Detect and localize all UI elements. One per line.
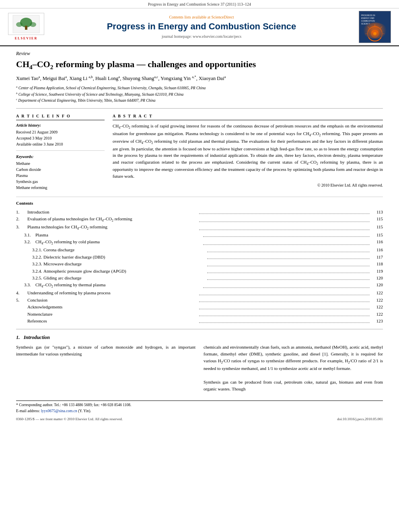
header-divider	[16, 108, 383, 109]
contents-item-3-2-4: 3.2.4. Atmospheric pressure glow dischar…	[16, 268, 383, 274]
affiliation-c: c Department of Chemical Engineering, Yi…	[16, 97, 383, 103]
footer-bottom: 0360-1285/$ — see front matter © 2010 El…	[16, 417, 383, 422]
svg-text:ENERGY AND: ENERGY AND	[361, 17, 374, 19]
received-date: Received 21 August 2009	[16, 129, 105, 135]
journal-cover-thumbnail: PROGRESS IN ENERGY AND COMBUSTION SCIENC…	[359, 11, 391, 43]
accepted-date: Accepted 3 May 2010	[16, 136, 105, 141]
svg-point-3	[16, 22, 23, 27]
author-7: Xiaoyan Daia	[199, 76, 226, 81]
article-title: CH4–CO2 reforming by plasma — challenges…	[16, 59, 383, 71]
journal-cover-area: PROGRESS IN ENERGY AND COMBUSTION SCIENC…	[355, 11, 395, 43]
svg-line-17	[368, 27, 370, 29]
journal-header: ELSEVIER Contents lists available at Sci…	[0, 8, 399, 46]
copyright-line: © 2010 Elsevier Ltd. All rights reserved…	[113, 183, 383, 188]
contents-item-3-2-5: 3.2.5. Gliding arc discharge 120	[16, 275, 383, 281]
svg-point-11	[371, 30, 379, 38]
contents-section: Contents 1. Introduction 113 2. Evaluati…	[16, 197, 383, 324]
article-history-heading: Article history:	[16, 123, 105, 128]
footer-section: * Corresponding author. Tel.: +86 133 48…	[16, 401, 383, 421]
email-link: lyyx0675@sina.com.cn	[41, 409, 77, 413]
svg-point-12	[373, 32, 376, 35]
introduction-heading: 1. Introduction	[16, 334, 383, 341]
contents-item-4: 4. Understanding of reforming by plasma …	[16, 290, 383, 296]
introduction-body: Synthesis gas (or "syngas"), a mixture o…	[16, 344, 383, 392]
article-info-heading: A R T I C L E I N F O	[16, 113, 105, 120]
main-content: Review CH4–CO2 reforming by plasma — cha…	[0, 46, 399, 425]
contents-heading: Contents	[16, 200, 383, 206]
journal-title: Progress in Energy and Combustion Scienc…	[52, 21, 351, 32]
contents-item-3-2-3: 3.2.3. Microwave discharge 118	[16, 261, 383, 267]
author-1: Xumei Taoa	[16, 76, 40, 81]
contents-item-ref: References 123	[16, 318, 383, 324]
affiliations: a Center of Plasma Application, School o…	[16, 85, 383, 103]
corresponding-author-note: * Corresponding author. Tel.: +86 133 48…	[16, 403, 383, 408]
article-info-abstract-row: A R T I C L E I N F O Article history: R…	[16, 113, 383, 191]
journal-citation: Progress in Energy and Combustion Scienc…	[148, 2, 251, 6]
intro-col-right: chemicals and environmentally clean fuel…	[204, 344, 383, 392]
issn-line: 0360-1285/$ — see front matter © 2010 El…	[16, 417, 123, 422]
author-2: Meigui Baia	[43, 76, 67, 81]
contents-item-5: 5. Conclusion 122	[16, 297, 383, 303]
svg-line-16	[380, 27, 382, 29]
contents-item-3-3: 3.3. CH4–CO2 reforming by thermal plasma…	[16, 282, 383, 289]
contents-item-3-2: 3.2. CH4–CO2 reforming by cold plasma 11…	[16, 239, 383, 246]
author-4: Huali Longa	[95, 76, 120, 81]
contents-item-nom: Nomenclature 122	[16, 311, 383, 317]
abstract-panel: A B S T R A C T CH4–CO2 reforming is of …	[113, 113, 383, 191]
email-note: E-mail address: lyyx0675@sina.com.cn (Y.…	[16, 409, 383, 414]
journal-homepage: journal homepage: www.elsevier.com/locat…	[52, 34, 351, 39]
doi-line: doi:10.1016/j.pecs.2010.05.001	[337, 417, 383, 422]
contents-item-1: 1. Introduction 113	[16, 209, 383, 215]
keyword-1: Methane	[16, 161, 105, 166]
keyword-4: Synthesis gas	[16, 179, 105, 185]
contents-item-2: 2. Evaluation of plasma technologies for…	[16, 216, 383, 223]
elsevier-label: ELSEVIER	[15, 36, 37, 41]
svg-text:COMBUSTION: COMBUSTION	[361, 20, 375, 22]
info-divider	[16, 150, 105, 151]
svg-point-4	[30, 22, 36, 27]
sciencedirect-name: ScienceDirect	[211, 15, 234, 19]
svg-text:PROGRESS IN: PROGRESS IN	[361, 14, 375, 16]
publisher-logo-area: ELSEVIER	[4, 13, 48, 41]
keyword-3: Plasma	[16, 173, 105, 179]
journal-bar: Progress in Energy and Combustion Scienc…	[0, 0, 399, 8]
article-type-label: Review	[16, 50, 383, 57]
authors-line: Xumei Taoa, Meigui Baia, Xiang Li a,b, H…	[16, 74, 383, 82]
keywords-section: Keywords: Methane Carbon dioxide Plasma …	[16, 154, 105, 191]
keyword-2: Carbon dioxide	[16, 167, 105, 173]
online-date: Available online 3 June 2010	[16, 142, 105, 147]
contents-divider	[16, 329, 383, 329]
contents-item-ack: Acknowledgements 122	[16, 304, 383, 310]
affiliation-b: b College of Science, Southwest Universi…	[16, 91, 383, 97]
introduction-section: 1. Introduction Synthesis gas (or "synga…	[16, 334, 383, 392]
author-3: Xiang Li a,b	[69, 76, 93, 81]
affiliation-a: a Center of Plasma Application, School o…	[16, 85, 383, 91]
elsevier-bird-logo	[8, 13, 44, 35]
svg-text:SCIENCE: SCIENCE	[361, 23, 370, 25]
abstract-body: CH4–CO2 reforming is of rapid growing in…	[113, 123, 383, 179]
abstract-heading: A B S T R A C T	[113, 113, 383, 120]
author-5: Shuyong Shanga,c	[122, 76, 158, 81]
svg-rect-2	[25, 26, 27, 30]
contents-item-3-2-2: 3.2.2. Dielectric barrier discharge (DBD…	[16, 254, 383, 260]
keywords-heading: Keywords:	[16, 154, 105, 160]
intro-col-left: Synthesis gas (or "syngas"), a mixture o…	[16, 344, 195, 392]
author-6: Yongxiang Yin a,*	[160, 76, 196, 81]
contents-item-3-2-1: 3.2.1. Corona discharge 116	[16, 247, 383, 253]
journal-title-area: Contents lists available at ScienceDirec…	[48, 14, 355, 39]
keyword-5: Methane reforming	[16, 185, 105, 191]
sciencedirect-link: Contents lists available at ScienceDirec…	[52, 14, 351, 20]
contents-item-3-1: 3.1. Plasma 115	[16, 232, 383, 238]
contents-item-3: 3. Plasma technologies for CH4–CO2 refor…	[16, 224, 383, 231]
article-info-panel: A R T I C L E I N F O Article history: R…	[16, 113, 105, 191]
